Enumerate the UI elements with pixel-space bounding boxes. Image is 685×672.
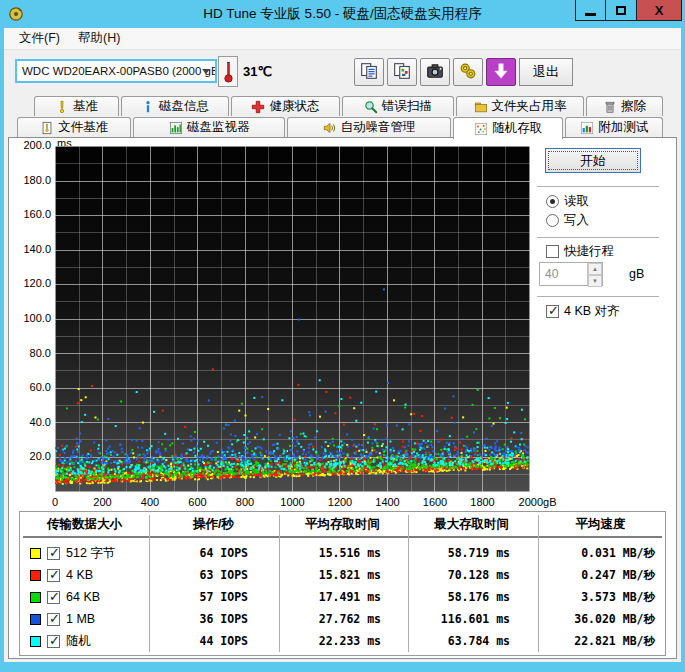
series-cell: 64 KB xyxy=(20,590,149,604)
minimize-button[interactable] xyxy=(575,0,606,21)
speed-value: 36.020 MB/秒 xyxy=(536,612,665,627)
tab-noise[interactable]: 自动噪音管理 xyxy=(287,117,451,137)
x-axis-tick-label: 200 xyxy=(93,496,111,508)
menu-item-help[interactable]: 帮助(H) xyxy=(69,28,129,49)
ops-value: 63 IOPS xyxy=(149,568,278,582)
maximize-button[interactable] xyxy=(606,0,637,21)
spinner-up-button[interactable]: ▲ xyxy=(588,263,602,275)
save-results-button[interactable] xyxy=(486,58,516,86)
tab-row-2: 文件基准磁盘监视器自动噪音管理随机存取附加测试 xyxy=(4,116,681,137)
tab-label: 随机存取 xyxy=(492,120,542,137)
tab-folder-usage[interactable]: 文件夹占用率 xyxy=(456,96,584,116)
screenshot-button[interactable] xyxy=(420,58,450,86)
tab-file-benchmark[interactable]: 文件基准 xyxy=(17,117,131,137)
x-axis-tick-label: 1800 xyxy=(470,496,494,508)
camera-icon xyxy=(426,62,444,83)
series-color-swatch xyxy=(30,592,41,603)
chevron-down-icon xyxy=(202,69,210,74)
tab-row-1: 基准磁盘信息健康状态错误扫描文件夹占用率擦除 xyxy=(4,95,681,116)
drive-select[interactable]: WDC WD20EARX-00PASB0 (2000 gB) xyxy=(15,59,217,83)
tab-erase[interactable]: 擦除 xyxy=(586,96,663,116)
column-header: 操作/秒 xyxy=(149,516,278,533)
short-stroke-checkbox[interactable] xyxy=(546,245,559,258)
y-axis-tick-label: 60.0 xyxy=(9,381,51,393)
benchmark-icon xyxy=(55,100,69,114)
tab-disk-monitor[interactable]: 磁盘监视器 xyxy=(133,117,285,137)
series-label: 1 MB xyxy=(66,612,95,626)
speed-value: 0.031 MB/秒 xyxy=(536,546,665,561)
exit-button[interactable]: 退出 xyxy=(519,58,573,86)
speed-value: 0.247 MB/秒 xyxy=(536,568,665,583)
series-checkbox[interactable] xyxy=(47,547,60,560)
temperature-button[interactable] xyxy=(218,56,238,87)
read-radio[interactable] xyxy=(546,195,559,208)
start-button[interactable]: 开始 xyxy=(545,148,641,173)
tab-random-access[interactable]: 随机存取 xyxy=(453,117,563,139)
results-table: 传输数据大小操作/秒平均存取时间最大存取时间平均速度 512 字节64 IOPS… xyxy=(19,511,666,656)
read-option[interactable]: 读取 xyxy=(546,193,589,210)
column-separator xyxy=(408,515,409,652)
copy-text-icon xyxy=(360,62,378,83)
title-bar[interactable]: HD Tune 专业版 5.50 - 硬盘/固态硬盘实用程序 X xyxy=(0,0,685,28)
short-stroke-unit-label: gB xyxy=(629,267,644,281)
copy-image-button[interactable] xyxy=(387,58,417,86)
write-radio[interactable] xyxy=(546,214,559,227)
read-label: 读取 xyxy=(564,193,589,210)
results-table-rows: 512 字节64 IOPS15.516 ms58.719 ms0.031 MB/… xyxy=(20,542,665,652)
random-access-scatter-chart xyxy=(55,146,530,492)
menu-item-file[interactable]: 文件(F) xyxy=(10,28,69,49)
max-value: 70.128 ms xyxy=(407,568,536,582)
disk-info-icon xyxy=(141,100,155,114)
series-label: 随机 xyxy=(66,633,91,650)
y-axis-tick-label: 40.0 xyxy=(9,416,51,428)
series-checkbox[interactable] xyxy=(47,591,60,604)
copy-text-button[interactable] xyxy=(354,58,384,86)
y-axis-tick-label: 140.0 xyxy=(9,243,51,255)
tab-error-scan[interactable]: 错误扫描 xyxy=(342,96,454,116)
separator xyxy=(537,186,659,187)
drive-select-value: WDC WD20EARX-00PASB0 (2000 gB) xyxy=(22,65,217,77)
client-area: 文件(F)帮助(H) WDC WD20EARX-00PASB0 (2000 gB… xyxy=(4,28,681,662)
maximize-icon xyxy=(616,6,626,15)
window-controls: X xyxy=(575,0,682,21)
erase-icon xyxy=(603,100,617,114)
short-stroke-label: 快捷行程 xyxy=(564,243,614,260)
table-row: 随机44 IOPS22.233 ms63.784 ms22.821 MB/秒 xyxy=(20,630,665,652)
short-stroke-size-value: 40 xyxy=(540,263,587,285)
align-4kb-label: 4 KB 对齐 xyxy=(564,303,620,320)
options-button[interactable] xyxy=(453,58,483,86)
x-axis-tick-label: 1600 xyxy=(423,496,447,508)
series-color-swatch xyxy=(30,614,41,625)
align-option[interactable]: 4 KB 对齐 xyxy=(546,303,620,320)
minimize-icon xyxy=(585,13,596,16)
series-checkbox[interactable] xyxy=(47,613,60,626)
tab-disk-info[interactable]: 磁盘信息 xyxy=(121,96,229,116)
close-button[interactable]: X xyxy=(637,0,682,21)
x-axis-tick-label: 1400 xyxy=(375,496,399,508)
series-color-swatch xyxy=(30,636,41,647)
short-stroke-size-input[interactable]: 40 ▲ ▼ xyxy=(539,262,603,286)
series-label: 4 KB xyxy=(66,568,93,582)
series-cell: 512 字节 xyxy=(20,545,149,562)
align-4kb-checkbox[interactable] xyxy=(546,305,559,318)
series-checkbox[interactable] xyxy=(47,635,60,648)
max-value: 58.719 ms xyxy=(407,546,536,560)
tab-extra-tests[interactable]: 附加测试 xyxy=(565,117,663,137)
spinner-down-button[interactable]: ▼ xyxy=(588,275,602,287)
write-option[interactable]: 写入 xyxy=(546,212,589,229)
header-underline xyxy=(23,536,662,538)
avg-value: 27.762 ms xyxy=(278,612,407,626)
column-header: 平均速度 xyxy=(536,516,665,533)
x-axis-tick-label: 400 xyxy=(141,496,159,508)
tab-benchmark[interactable]: 基准 xyxy=(34,96,119,116)
tab-label: 健康状态 xyxy=(269,98,319,115)
toolbar: WDC WD20EARX-00PASB0 (2000 gB) 31℃ 退出 xyxy=(4,50,681,95)
short-stroke-option[interactable]: 快捷行程 xyxy=(546,243,614,260)
column-header: 最大存取时间 xyxy=(407,516,536,533)
spinner-buttons: ▲ ▼ xyxy=(587,263,602,285)
series-checkbox[interactable] xyxy=(47,569,60,582)
y-axis-tick-label: 180.0 xyxy=(9,174,51,186)
health-icon xyxy=(251,100,265,114)
tab-health[interactable]: 健康状态 xyxy=(231,96,339,116)
x-axis-tick-label: 2000gB xyxy=(519,496,557,508)
